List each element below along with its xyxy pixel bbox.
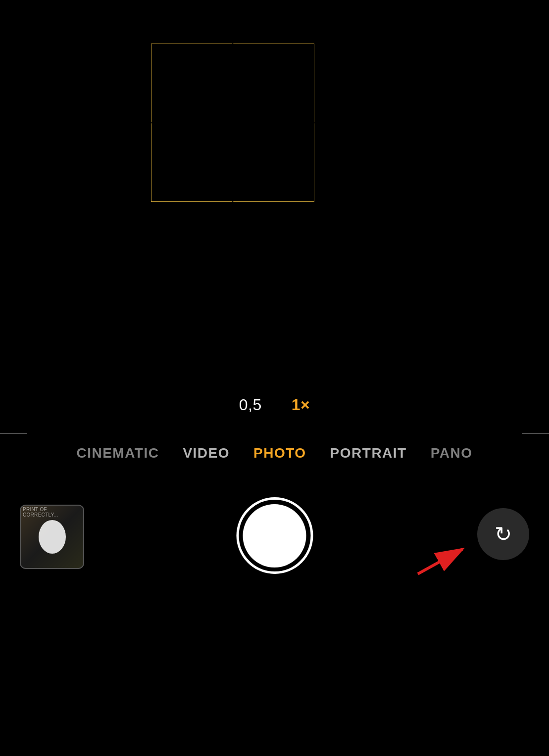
zoom-1x[interactable]: 1× (292, 396, 310, 414)
annotation-arrow (413, 539, 472, 579)
divider-left (0, 433, 27, 434)
zoom-controls: 0,5 1× (0, 396, 549, 414)
zoom-05[interactable]: 0,5 (239, 396, 262, 414)
mode-video[interactable]: VIDEO (183, 445, 230, 461)
tick-bottom-center (232, 195, 233, 202)
shutter-inner-circle (243, 504, 306, 567)
thumbnail-oval (39, 520, 66, 554)
thumbnail-preview: PRINT OF CORRECTLY... (21, 506, 83, 568)
mode-pano[interactable]: PANO (431, 445, 473, 461)
mode-selector: CINEMATIC VIDEO PHOTO PORTRAIT PANO (0, 445, 549, 461)
photo-thumbnail[interactable]: PRINT OF CORRECTLY... (20, 505, 84, 569)
flip-camera-icon: ↻ (495, 522, 512, 546)
tick-left-center (150, 122, 157, 123)
thumbnail-label: PRINT OF CORRECTLY... (23, 507, 83, 518)
flip-camera-button[interactable]: ↻ (477, 508, 529, 560)
focus-frame (151, 44, 314, 202)
mode-photo[interactable]: PHOTO (253, 445, 306, 461)
svg-line-1 (418, 549, 462, 574)
shutter-button[interactable] (236, 497, 313, 574)
tick-right-center (308, 122, 315, 123)
mode-portrait[interactable]: PORTRAIT (330, 445, 407, 461)
tick-top-center (232, 43, 233, 50)
focus-border (151, 44, 314, 202)
divider-right (522, 433, 549, 434)
mode-cinematic[interactable]: CINEMATIC (76, 445, 159, 461)
